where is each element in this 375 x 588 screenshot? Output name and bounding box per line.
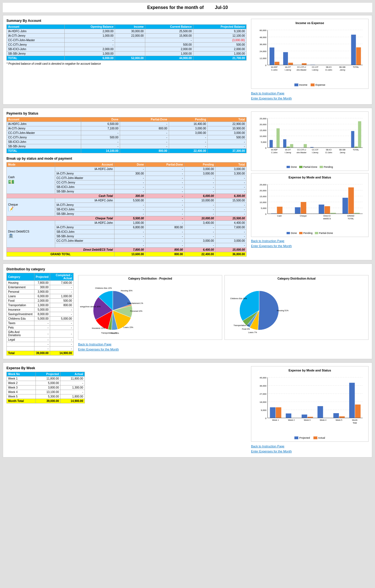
svg-text:Housing 51%: Housing 51%	[277, 310, 289, 312]
svg-text:CC-CIT: CC-CIT	[312, 149, 318, 151]
svg-text:36,000: 36,000	[260, 43, 267, 46]
svg-text:SB-SBI: SB-SBI	[339, 149, 346, 151]
svg-text:Week 3: Week 3	[304, 419, 311, 421]
svg-text:Insurance 13%: Insurance 13%	[92, 327, 105, 329]
section-week: Expense By Week Week No Projected Actual…	[3, 362, 372, 457]
svg-rect-152	[349, 383, 355, 418]
svg-text:18,000: 18,000	[260, 401, 267, 403]
svg-rect-21	[302, 63, 306, 65]
svg-rect-68	[290, 144, 293, 148]
svg-rect-147	[270, 407, 276, 418]
svg-text:SB-ICI: SB-ICI	[326, 66, 332, 68]
section3-links: Back to Instruction Page Enter Expenses …	[78, 342, 369, 352]
svg-text:15,000: 15,000	[260, 129, 267, 132]
expense-mode-status-chart: Expense by Mode and Status 05,00010,0001…	[251, 173, 369, 237]
summary-note: * Projected balance of credit card is de…	[6, 62, 247, 65]
svg-text:Week 1: Week 1	[272, 419, 279, 421]
pie-actual: Category Distribution-Actual Housing 51%…	[224, 275, 369, 340]
week-chart: Expense by Mode and Status 09,00018,0002…	[251, 366, 369, 442]
svg-rect-158	[355, 405, 361, 418]
svg-text:GRAND: GRAND	[347, 215, 354, 217]
breakdown-title: Break up by status and mode of payment	[6, 157, 247, 161]
svg-text:Total: Total	[353, 422, 357, 424]
svg-text:TOTAL: TOTAL	[348, 218, 354, 220]
svg-text:Childrens Edu 13%: Childrens Edu 13%	[95, 287, 112, 289]
svg-text:CC-CITI-J: CC-CITI-J	[297, 66, 306, 68]
svg-text:Week 2: Week 2	[288, 419, 295, 421]
section2-links: Back to Instruction Page Enter Expenses …	[251, 239, 369, 248]
svg-text:10,000: 10,000	[260, 201, 267, 204]
svg-text:9,000: 9,000	[261, 409, 267, 412]
svg-text:IA-CIT: IA-CIT	[285, 149, 291, 151]
svg-rect-73	[358, 121, 361, 148]
section4-links: Back to Instruction Page Enter Expenses …	[251, 444, 369, 454]
svg-text:Direct D: Direct D	[324, 215, 331, 217]
svg-text:5,000: 5,000	[261, 141, 267, 143]
svg-text:I-Jenny: I-Jenny	[285, 152, 291, 154]
svg-text:10,000: 10,000	[260, 135, 267, 138]
back-instruction-link-2[interactable]: Back to Instruction Page	[251, 239, 369, 244]
svg-text:5,000: 5,000	[261, 207, 267, 210]
enter-expenses-link-1[interactable]: Enter Expenses for the Month	[251, 96, 369, 101]
enter-expenses-link-2[interactable]: Enter Expenses for the Month	[251, 244, 369, 249]
svg-text:-Jenny: -Jenny	[339, 69, 346, 71]
svg-rect-111	[330, 213, 336, 214]
svg-rect-157	[339, 416, 345, 418]
svg-rect-19	[275, 62, 279, 65]
section1-links: Back to Instruction Page Enter Expenses …	[251, 91, 369, 101]
svg-text:ohn-Master: ohn-Master	[297, 69, 307, 71]
svg-text:Personal 10%: Personal 10%	[130, 310, 142, 312]
svg-rect-150	[318, 406, 323, 418]
back-instruction-link-1[interactable]: Back to Instruction Page	[251, 91, 369, 96]
section-payments: Payments by Status Account Done Partial-…	[3, 108, 372, 260]
back-instruction-link-3[interactable]: Back to Instruction Page	[78, 342, 369, 347]
enter-expenses-link-3[interactable]: Enter Expenses for the Month	[78, 347, 369, 352]
svg-rect-153	[276, 407, 281, 418]
svg-rect-103	[319, 204, 324, 214]
svg-text:15,000: 15,000	[260, 195, 267, 198]
svg-text:I-Jenny: I-Jenny	[312, 69, 318, 71]
section-summary: Summary By Account Account Opening Balan…	[3, 15, 372, 104]
section-distribution: Distribution by category Category Projec…	[3, 264, 372, 359]
category-table: Category Projected Completed - Actual Ho…	[6, 273, 74, 355]
svg-text:-Jenny: -Jenny	[339, 152, 346, 154]
svg-text:Entertainment 1%: Entertainment 1%	[128, 302, 143, 304]
svg-text:0: 0	[265, 64, 267, 67]
svg-text:I-Jenny: I-Jenny	[285, 69, 291, 71]
svg-rect-61	[287, 147, 290, 148]
svg-text:20,000: 20,000	[260, 123, 267, 126]
svg-rect-112	[354, 213, 360, 214]
enter-expenses-link-4[interactable]: Enter Expenses for the Month	[251, 449, 369, 454]
svg-rect-53	[269, 140, 273, 148]
svg-text:SB-SBI: SB-SBI	[339, 66, 346, 68]
svg-text:C-John: C-John	[271, 69, 278, 71]
svg-rect-106	[301, 202, 306, 214]
svg-text:ohn-Master: ohn-Master	[297, 152, 307, 154]
svg-rect-105	[277, 207, 283, 214]
back-instruction-link-4[interactable]: Back to Instruction Page	[251, 444, 369, 449]
svg-text:CC-CITI-J: CC-CITI-J	[297, 149, 306, 151]
svg-rect-155	[308, 417, 313, 418]
svg-text:Transportation 3%: Transportation 3%	[101, 332, 117, 334]
svg-text:IA-HDF: IA-HDF	[271, 66, 278, 68]
page-title: Expenses for the month of Jul-10	[3, 3, 372, 12]
payments-table: Account Done Partial-Done Pending Total …	[6, 117, 247, 153]
svg-text:Week 4: Week 4	[320, 419, 327, 421]
svg-text:24,000: 24,000	[260, 50, 267, 53]
svg-rect-20	[288, 63, 293, 65]
svg-rect-59	[351, 131, 354, 148]
svg-rect-149	[302, 415, 307, 418]
svg-text:60,000: 60,000	[260, 29, 267, 32]
svg-text:Housing 20%: Housing 20%	[121, 290, 133, 292]
svg-text:Loans 15%: Loans 15%	[123, 326, 133, 328]
svg-text:Food 3%: Food 3%	[242, 328, 250, 330]
svg-text:Cheque: Cheque	[300, 215, 307, 217]
svg-rect-104	[343, 198, 348, 214]
svg-text:Transportation 5%: Transportation 5%	[234, 324, 250, 327]
svg-text:Month: Month	[352, 419, 358, 421]
week-table: Week No Projected Actual Week 111,800.00…	[6, 372, 85, 403]
svg-text:45,000: 45,000	[260, 376, 267, 379]
svg-text:12,000: 12,000	[260, 57, 267, 60]
svg-text:0: 0	[265, 213, 267, 215]
breakdown-table: Mode Account Done Partial-Done Pending T…	[6, 162, 247, 257]
